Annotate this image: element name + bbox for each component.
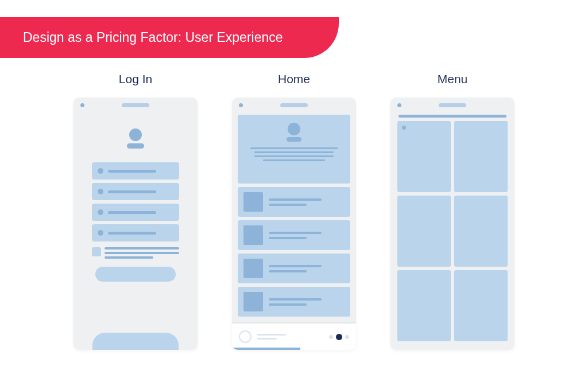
speaker-icon [122, 103, 149, 107]
login-inputs [74, 162, 198, 241]
thumbnail-icon [243, 192, 263, 212]
list-item [238, 220, 350, 250]
hero-card [238, 115, 350, 184]
input-placeholder [92, 224, 179, 241]
status-bar [74, 98, 198, 111]
list-item [238, 187, 350, 217]
camera-icon [239, 103, 243, 107]
menu-label: Menu [438, 72, 468, 86]
avatar-icon [74, 128, 198, 149]
speaker-icon [280, 103, 308, 107]
status-bar [232, 98, 356, 111]
login-phone-mockup [74, 98, 198, 350]
grid-tile [397, 121, 451, 192]
list-item [238, 254, 350, 283]
tab-underline [399, 115, 506, 118]
home-phone-mockup [232, 98, 356, 350]
wireframe-row: Log In [0, 72, 588, 350]
thumbnail-icon [243, 292, 263, 311]
grid-tile [397, 270, 451, 341]
grid-tile [454, 196, 508, 267]
primary-button-placeholder [95, 267, 176, 282]
login-label: Log In [119, 72, 152, 86]
login-column: Log In [74, 72, 198, 350]
speaker-icon [439, 103, 466, 107]
home-column: Home [232, 72, 356, 350]
input-placeholder [92, 204, 179, 221]
status-bar [390, 98, 514, 111]
title-banner: Design as a Pricing Factor: User Experie… [0, 17, 339, 58]
home-label: Home [278, 72, 310, 86]
camera-icon [80, 103, 84, 107]
menu-column: Menu [390, 72, 514, 350]
banner-title: Design as a Pricing Factor: User Experie… [23, 30, 283, 45]
tile-dot-icon [402, 126, 406, 130]
progress-bar [232, 348, 300, 350]
list-item [238, 287, 350, 317]
input-placeholder [92, 162, 179, 180]
input-placeholder [92, 183, 179, 200]
menu-phone-mockup [390, 98, 514, 350]
terms-row [92, 247, 179, 259]
page-dots [329, 334, 349, 340]
active-dot-icon [336, 334, 342, 340]
thumbnail-icon [243, 225, 263, 245]
grid-tile [397, 196, 451, 267]
avatar-icon [239, 330, 252, 343]
avatar-icon [288, 123, 300, 135]
camera-icon [397, 103, 401, 107]
grid-tile [454, 121, 508, 192]
bottom-nav [232, 323, 356, 350]
home-indicator [92, 333, 179, 350]
tile-grid [390, 121, 514, 341]
checkbox-icon [92, 247, 101, 256]
grid-tile [454, 270, 508, 341]
thumbnail-icon [243, 259, 263, 278]
